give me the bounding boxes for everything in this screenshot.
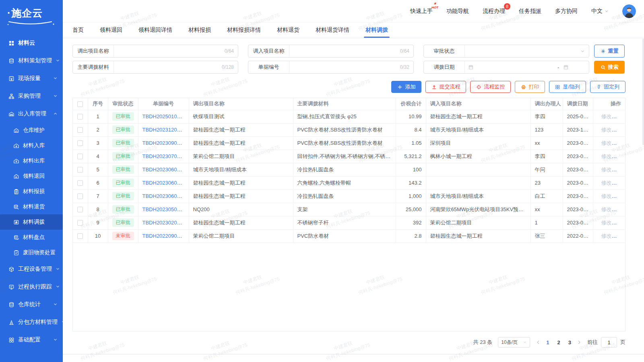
- language-selector[interactable]: 中文: [591, 8, 609, 15]
- delete-link[interactable]: 删除: [616, 193, 625, 199]
- sidebar-subitem-7[interactable]: 材料盘点: [0, 230, 63, 245]
- next-page-button[interactable]: [577, 340, 582, 345]
- page-number-3[interactable]: 3: [568, 339, 571, 346]
- sidebar-subitem-3[interactable]: 领料退回: [0, 169, 63, 184]
- delete-link[interactable]: 删除: [616, 140, 625, 146]
- delete-link[interactable]: 删除: [616, 167, 625, 173]
- delete-link[interactable]: 删除: [616, 220, 625, 226]
- sidebar-subitem-8[interactable]: 废旧物资处置: [0, 245, 63, 260]
- edit-link[interactable]: 修改: [601, 127, 612, 133]
- cell-in-project: 城市天地项目/精细成本: [426, 123, 530, 136]
- toolbar-button-2[interactable]: 流程监控: [470, 81, 511, 93]
- edit-link[interactable]: 修改: [601, 233, 612, 239]
- sidebar-item-6[interactable]: 仓库统计: [0, 296, 63, 313]
- search-button[interactable]: 搜索: [594, 61, 625, 74]
- tab-4[interactable]: 材料报损详情: [227, 23, 261, 38]
- doc-no-link[interactable]: TBDH2023070351: [142, 153, 186, 159]
- row-checkbox[interactable]: [77, 193, 83, 199]
- reset-button[interactable]: 重置: [594, 45, 625, 58]
- doc-no-link[interactable]: TBDH2023020229: [142, 220, 186, 226]
- tab-2[interactable]: 领料退回详情: [138, 23, 172, 38]
- sidebar-item-8[interactable]: 基础配置: [0, 331, 63, 349]
- topnav-item-0[interactable]: 快速上手✶HOT: [410, 8, 433, 15]
- row-checkbox[interactable]: [77, 127, 83, 133]
- sidebar-subitem-1[interactable]: 材料入库: [0, 138, 63, 153]
- topnav-item-2[interactable]: 流程办理8: [483, 8, 505, 15]
- row-checkbox[interactable]: [77, 154, 83, 159]
- delete-link[interactable]: 删除: [616, 127, 625, 133]
- edit-link[interactable]: 修改: [601, 193, 612, 199]
- delete-link[interactable]: 删除: [616, 180, 625, 186]
- doc-no-link[interactable]: TBDH2023060336: [142, 167, 186, 173]
- sidebar-item-3[interactable]: 出入库管理: [0, 105, 63, 123]
- delete-link[interactable]: 删除: [616, 113, 625, 119]
- edit-link[interactable]: 修改: [601, 113, 612, 119]
- date-start-picker[interactable]: [465, 61, 557, 73]
- edit-link[interactable]: 修改: [601, 140, 612, 146]
- sidebar-item-5[interactable]: 过程执行跟踪: [0, 278, 63, 296]
- sidebar-item-2[interactable]: 采购管理: [0, 87, 63, 105]
- edit-link[interactable]: 修改: [601, 167, 612, 173]
- edit-link[interactable]: 修改: [601, 206, 612, 212]
- filter-approval-status-value[interactable]: [465, 45, 580, 57]
- row-checkbox[interactable]: [77, 167, 83, 173]
- filter-out-project-input[interactable]: [114, 45, 225, 57]
- tab-1[interactable]: 领料退回: [100, 23, 122, 38]
- delete-link[interactable]: 删除: [616, 233, 625, 239]
- tab-3[interactable]: 材料报损: [188, 23, 211, 38]
- goto-page-input[interactable]: [601, 337, 617, 348]
- row-checkbox[interactable]: [77, 180, 83, 186]
- date-start-input[interactable]: [476, 61, 553, 73]
- filter-approval-status[interactable]: 审批状态: [423, 45, 589, 58]
- tab-5[interactable]: 材料退货: [277, 23, 299, 38]
- doc-no-link[interactable]: TBDH2022090173: [142, 233, 186, 239]
- edit-link[interactable]: 修改: [601, 180, 612, 186]
- topnav-item-1[interactable]: 功能导航: [446, 8, 469, 15]
- tab-0[interactable]: 首页: [72, 23, 84, 38]
- filter-materials-input[interactable]: [114, 61, 222, 73]
- toolbar-button-4[interactable]: 显/隐列: [549, 81, 586, 93]
- sidebar-subitem-6[interactable]: 材料调拨: [0, 214, 63, 230]
- toolbar-button-5[interactable]: 固定列: [590, 81, 625, 93]
- delete-link[interactable]: 删除: [616, 206, 625, 212]
- sidebar-item-1[interactable]: 现场报量: [0, 70, 63, 87]
- row-checkbox[interactable]: [77, 220, 83, 226]
- topnav-item-3[interactable]: 任务指派: [519, 8, 541, 15]
- page-number-1[interactable]: 1: [546, 339, 549, 346]
- select-all-checkbox[interactable]: [77, 101, 83, 107]
- user-avatar[interactable]: [622, 4, 636, 18]
- row-checkbox[interactable]: [77, 114, 83, 119]
- edit-link[interactable]: 修改: [601, 220, 612, 226]
- row-checkbox[interactable]: [77, 207, 83, 212]
- sidebar-subitem-4[interactable]: 材料报损: [0, 184, 63, 199]
- sidebar-subitem-2[interactable]: 材料出库: [0, 153, 63, 169]
- row-checkbox[interactable]: [77, 140, 83, 146]
- delete-link[interactable]: 删除: [616, 153, 625, 159]
- prev-page-button[interactable]: [536, 340, 541, 345]
- sidebar-item-7[interactable]: 分包方材料管理: [0, 313, 63, 331]
- sidebar-item-0[interactable]: 材料策划管理: [0, 52, 63, 70]
- sidebar-subitem-0[interactable]: 仓库维护: [0, 123, 63, 138]
- toolbar-button-3[interactable]: 打印: [515, 81, 545, 93]
- toolbar-button-0[interactable]: 添加: [391, 81, 421, 93]
- scrollbar[interactable]: [642, 39, 644, 145]
- sidebar-item-4[interactable]: 工程设备管理: [0, 260, 63, 278]
- doc-no-link[interactable]: TBDH2023090393: [142, 140, 186, 146]
- sidebar-subitem-5[interactable]: 材料退货: [0, 199, 63, 214]
- page-number-2[interactable]: 2: [557, 339, 560, 346]
- page-size-select[interactable]: 10条/页: [498, 337, 530, 348]
- row-checkbox[interactable]: [77, 233, 83, 239]
- sidebar-product[interactable]: 材料云: [0, 34, 63, 52]
- doc-no-link[interactable]: TBDH2023120480: [142, 127, 186, 133]
- toolbar-button-1[interactable]: 提交流程: [425, 81, 466, 93]
- tab-6[interactable]: 材料退货详情: [316, 23, 349, 38]
- filter-in-project-input[interactable]: [289, 45, 400, 57]
- tab-7[interactable]: 材料调拨: [365, 23, 388, 38]
- doc-no-link[interactable]: TBDH2023060335: [142, 180, 186, 186]
- doc-no-link[interactable]: TBDH2025010765: [142, 113, 186, 119]
- filter-doc-no-input[interactable]: [289, 61, 400, 73]
- doc-no-link[interactable]: TBDH2023050277: [142, 206, 186, 212]
- topnav-item-4[interactable]: 多方协同: [555, 8, 578, 15]
- edit-link[interactable]: 修改: [601, 153, 612, 159]
- doc-no-link[interactable]: TBDH2023060329: [142, 193, 186, 199]
